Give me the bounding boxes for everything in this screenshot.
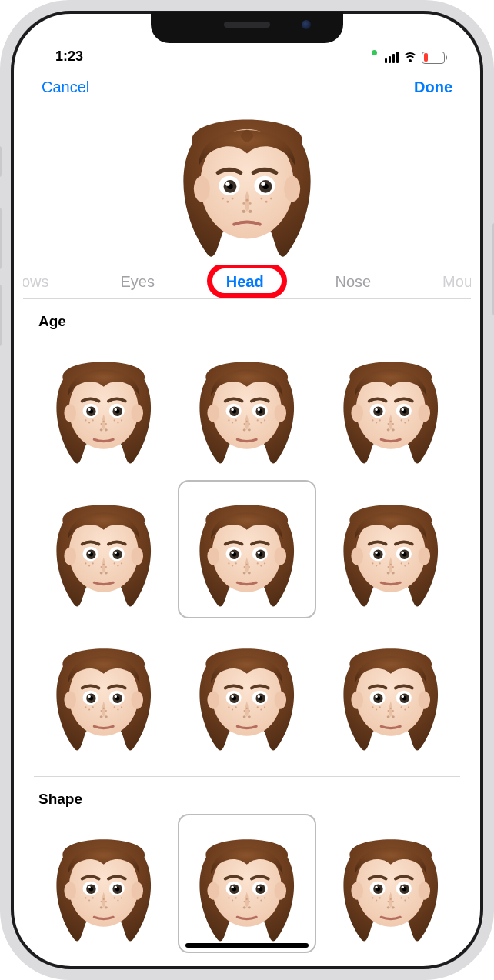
- svg-point-165: [99, 715, 102, 718]
- svg-point-63: [244, 423, 245, 425]
- svg-point-230: [114, 885, 116, 888]
- memoji-option[interactable]: [178, 336, 317, 475]
- memoji-svg: [166, 95, 328, 265]
- memoji-option[interactable]: [178, 623, 317, 762]
- svg-point-192: [257, 706, 259, 708]
- svg-point-130: [249, 566, 250, 568]
- memoji-option[interactable]: [321, 623, 460, 762]
- tab-eyes[interactable]: Eyes: [117, 267, 157, 297]
- svg-point-10: [261, 182, 265, 186]
- svg-point-236: [113, 897, 115, 898]
- svg-point-187: [243, 715, 246, 718]
- svg-point-262: [249, 901, 250, 902]
- svg-point-87: [390, 420, 392, 422]
- options-scroll[interactable]: Age: [23, 299, 471, 957]
- svg-point-37: [92, 419, 93, 421]
- svg-point-18: [270, 198, 272, 200]
- svg-point-43: [102, 420, 104, 422]
- memoji-option[interactable]: [34, 623, 173, 762]
- svg-point-32: [114, 408, 116, 410]
- svg-point-155: [64, 691, 76, 708]
- svg-point-252: [258, 885, 260, 888]
- tab-mouth[interactable]: Mou: [439, 267, 471, 297]
- svg-point-212: [376, 708, 377, 710]
- memoji-face-icon: [187, 633, 306, 752]
- svg-point-186: [258, 695, 260, 698]
- svg-point-41: [100, 423, 102, 425]
- shape-grid: [23, 814, 471, 953]
- svg-point-75: [375, 408, 377, 410]
- tab-brows[interactable]: ows: [23, 267, 52, 297]
- svg-point-266: [418, 882, 430, 899]
- svg-point-251: [232, 885, 234, 888]
- memoji-face-icon: [44, 824, 163, 943]
- svg-point-177: [208, 691, 220, 708]
- tab-nose[interactable]: Nose: [332, 267, 375, 297]
- cell-signal-icon: [385, 52, 399, 63]
- svg-point-282: [408, 897, 409, 898]
- memoji-option[interactable]: [321, 336, 460, 475]
- svg-point-78: [392, 428, 395, 431]
- svg-point-231: [99, 906, 102, 908]
- memoji-option[interactable]: [178, 814, 317, 953]
- svg-point-20: [249, 202, 252, 205]
- svg-point-217: [387, 710, 389, 712]
- svg-point-109: [102, 564, 104, 565]
- svg-point-285: [390, 898, 392, 899]
- svg-point-90: [131, 548, 143, 565]
- volume-up-button: [0, 208, 2, 269]
- svg-point-244: [275, 882, 287, 899]
- svg-point-174: [105, 710, 106, 712]
- svg-point-239: [100, 901, 102, 902]
- svg-point-243: [208, 882, 220, 899]
- svg-point-9: [225, 182, 229, 186]
- svg-point-259: [261, 899, 262, 901]
- svg-point-215: [404, 708, 406, 710]
- svg-point-60: [257, 419, 259, 421]
- svg-point-126: [257, 563, 259, 565]
- svg-point-141: [375, 552, 377, 554]
- memoji-option[interactable]: [34, 814, 173, 953]
- home-indicator[interactable]: [185, 943, 309, 948]
- svg-point-178: [275, 691, 287, 708]
- svg-point-23: [64, 404, 76, 422]
- svg-point-168: [88, 708, 90, 710]
- memoji-face-icon: [331, 824, 450, 943]
- svg-point-185: [232, 695, 234, 698]
- svg-point-143: [387, 572, 390, 575]
- svg-point-170: [113, 706, 115, 708]
- svg-point-199: [351, 691, 363, 708]
- svg-point-209: [387, 715, 390, 718]
- cancel-button[interactable]: Cancel: [38, 77, 92, 98]
- svg-point-77: [387, 428, 390, 431]
- mute-switch: [0, 146, 2, 177]
- svg-point-39: [117, 422, 118, 423]
- svg-point-16: [260, 198, 262, 200]
- svg-point-197: [246, 708, 248, 709]
- done-button[interactable]: Done: [411, 77, 456, 98]
- svg-point-121: [243, 572, 246, 575]
- svg-point-222: [131, 882, 143, 899]
- svg-point-211: [372, 706, 373, 708]
- svg-point-148: [401, 563, 402, 565]
- svg-point-260: [264, 897, 265, 898]
- memoji-option[interactable]: [178, 480, 317, 619]
- svg-point-56: [248, 428, 251, 431]
- svg-point-189: [229, 706, 230, 708]
- svg-point-229: [88, 885, 90, 888]
- memoji-option[interactable]: [321, 814, 460, 953]
- memoji-face-icon: [44, 489, 163, 608]
- svg-point-146: [376, 565, 377, 567]
- memoji-option[interactable]: [321, 480, 460, 619]
- svg-point-53: [232, 408, 234, 410]
- svg-point-65: [246, 420, 248, 422]
- svg-point-280: [401, 897, 402, 898]
- svg-point-153: [390, 564, 392, 565]
- svg-point-257: [235, 897, 237, 898]
- memoji-option[interactable]: [34, 480, 173, 619]
- svg-point-200: [418, 691, 430, 708]
- memoji-face-icon: [166, 95, 328, 265]
- memoji-option[interactable]: [34, 336, 173, 475]
- svg-point-128: [264, 563, 265, 565]
- svg-point-166: [104, 715, 107, 718]
